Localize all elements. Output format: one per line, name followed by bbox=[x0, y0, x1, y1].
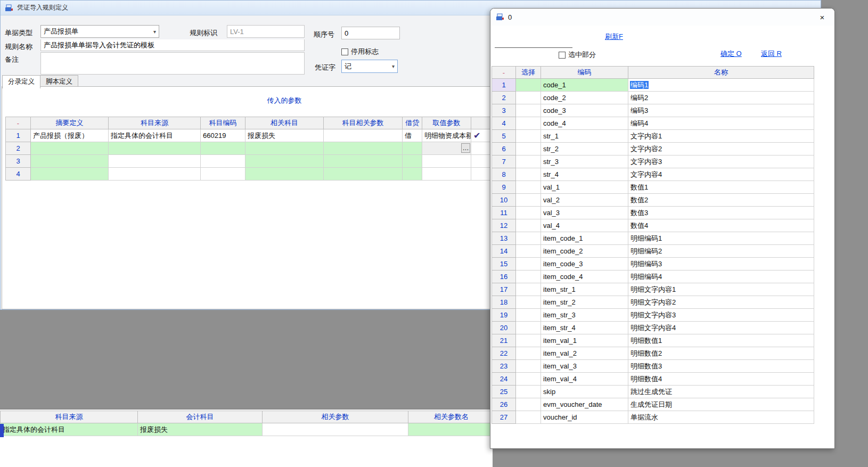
entry-column-header[interactable]: - bbox=[6, 117, 31, 129]
dialog-table-row[interactable]: 2code_2编码2 bbox=[492, 92, 814, 104]
entry-cell[interactable] bbox=[31, 142, 109, 155]
row-number-cell[interactable]: 4 bbox=[6, 168, 31, 181]
entry-cell[interactable] bbox=[109, 142, 201, 155]
bottom-cell[interactable] bbox=[263, 423, 408, 436]
name-cell[interactable]: 明细数值3 bbox=[628, 360, 814, 373]
code-cell[interactable]: evm_voucher_date bbox=[541, 398, 628, 411]
name-cell[interactable]: 跳过生成凭证 bbox=[628, 386, 814, 398]
name-cell[interactable]: 明细文字内容1 bbox=[628, 283, 814, 296]
rule-id-input[interactable] bbox=[227, 25, 305, 38]
row-number-cell[interactable]: 4 bbox=[492, 117, 516, 130]
name-cell[interactable]: 数值2 bbox=[628, 194, 814, 207]
entry-cell[interactable]: 产品报损（报废） bbox=[31, 129, 109, 142]
doc-type-combobox[interactable]: 产品报损单 ▾ bbox=[40, 25, 159, 38]
name-cell[interactable]: 明细文字内容2 bbox=[628, 296, 814, 309]
code-cell[interactable]: code_3 bbox=[541, 104, 628, 117]
back-link[interactable]: 返回 R bbox=[761, 49, 782, 59]
ok-link[interactable]: 确定 O bbox=[720, 49, 742, 59]
bottom-cell[interactable] bbox=[408, 423, 493, 436]
entry-cell[interactable] bbox=[31, 168, 109, 181]
code-cell[interactable]: item_code_4 bbox=[541, 271, 628, 283]
row-number-cell[interactable]: 24 bbox=[492, 373, 516, 386]
entry-cell[interactable] bbox=[324, 129, 403, 142]
select-cell[interactable] bbox=[516, 411, 541, 424]
disable-flag-checkbox[interactable] bbox=[341, 48, 348, 55]
dialog-table-row[interactable]: 16item_code_4明细编码4 bbox=[492, 271, 814, 283]
row-number-cell[interactable]: 20 bbox=[492, 322, 516, 334]
code-cell[interactable]: str_3 bbox=[541, 155, 628, 168]
select-cell[interactable] bbox=[516, 334, 541, 347]
select-cell[interactable] bbox=[516, 194, 541, 207]
bottom-column-header[interactable]: 科目来源 bbox=[1, 411, 138, 423]
code-cell[interactable]: val_2 bbox=[541, 194, 628, 207]
select-cell[interactable] bbox=[516, 104, 541, 117]
entry-cell[interactable]: 指定具体的会计科目 bbox=[109, 129, 201, 142]
entry-cell[interactable] bbox=[245, 168, 324, 181]
code-cell[interactable]: item_val_3 bbox=[541, 360, 628, 373]
name-cell[interactable]: 明细数值1 bbox=[628, 334, 814, 347]
code-cell[interactable]: item_str_4 bbox=[541, 322, 628, 334]
select-cell[interactable] bbox=[516, 322, 541, 334]
row-number-cell[interactable]: 22 bbox=[492, 347, 516, 360]
chevron-down-icon[interactable]: ▾ bbox=[392, 63, 395, 69]
select-cell[interactable] bbox=[516, 92, 541, 104]
entry-column-header[interactable]: 摘要定义 bbox=[31, 117, 109, 129]
select-cell[interactable] bbox=[516, 271, 541, 283]
row-number-cell[interactable]: 5 bbox=[492, 130, 516, 143]
row-number-cell[interactable]: 27 bbox=[492, 411, 516, 424]
dialog-table-row[interactable]: 18item_str_2明细文字内容2 bbox=[492, 296, 814, 309]
code-cell[interactable]: str_4 bbox=[541, 168, 628, 181]
code-cell[interactable]: val_1 bbox=[541, 181, 628, 194]
dialog-table-row[interactable]: 7str_3文字内容3 bbox=[492, 155, 814, 168]
select-cell[interactable] bbox=[516, 296, 541, 309]
code-cell[interactable]: item_val_1 bbox=[541, 334, 628, 347]
bottom-column-header[interactable]: 相关参数名 bbox=[408, 411, 493, 423]
dialog-column-header[interactable]: 编码 bbox=[541, 67, 628, 79]
name-cell[interactable]: 明细文字内容4 bbox=[628, 322, 814, 334]
select-cell[interactable] bbox=[516, 181, 541, 194]
row-number-cell[interactable]: 7 bbox=[492, 155, 516, 168]
select-cell[interactable] bbox=[516, 143, 541, 155]
entry-cell[interactable] bbox=[324, 155, 403, 168]
select-cell[interactable] bbox=[516, 360, 541, 373]
row-number-cell[interactable]: 3 bbox=[492, 104, 516, 117]
code-cell[interactable]: val_4 bbox=[541, 219, 628, 232]
refresh-link[interactable]: 刷新F bbox=[605, 32, 623, 42]
dialog-table-row[interactable]: 21item_val_1明细数值1 bbox=[492, 334, 814, 347]
select-cell[interactable] bbox=[516, 283, 541, 296]
dialog-table-row[interactable]: 19item_str_3明细文字内容3 bbox=[492, 309, 814, 322]
row-number-cell[interactable]: 10 bbox=[492, 194, 516, 207]
code-cell[interactable]: skip bbox=[541, 386, 628, 398]
name-cell[interactable]: 文字内容2 bbox=[628, 143, 814, 155]
entry-cell[interactable] bbox=[109, 168, 201, 181]
dialog-table-row[interactable]: 10val_2数值2 bbox=[492, 194, 814, 207]
name-cell[interactable]: 编码1 bbox=[628, 79, 814, 92]
row-number-cell[interactable]: 23 bbox=[492, 360, 516, 373]
row-number-cell[interactable]: 13 bbox=[492, 232, 516, 245]
bottom-column-header[interactable]: 相关参数 bbox=[263, 411, 408, 423]
code-cell[interactable]: item_val_2 bbox=[541, 347, 628, 360]
dialog-table-row[interactable]: 20item_str_4明细文字内容4 bbox=[492, 322, 814, 334]
entry-cell[interactable] bbox=[201, 168, 245, 181]
name-cell[interactable]: 明细编码3 bbox=[628, 258, 814, 271]
dialog-table-row[interactable]: 9val_1数值1 bbox=[492, 181, 814, 194]
dialog-table-row[interactable]: 26evm_voucher_date生成凭证日期 bbox=[492, 398, 814, 411]
tab-entry-definition[interactable]: 分录定义 bbox=[2, 75, 40, 88]
name-cell[interactable]: 编码2 bbox=[628, 92, 814, 104]
row-number-cell[interactable]: 1 bbox=[492, 79, 516, 92]
code-cell[interactable]: item_code_1 bbox=[541, 232, 628, 245]
dialog-table-row[interactable]: 6str_2文字内容2 bbox=[492, 143, 814, 155]
code-cell[interactable]: str_1 bbox=[541, 130, 628, 143]
name-cell[interactable]: 生成凭证日期 bbox=[628, 398, 814, 411]
code-cell[interactable]: item_val_4 bbox=[541, 373, 628, 386]
dialog-titlebar[interactable]: 0 bbox=[490, 9, 834, 26]
sequence-input[interactable] bbox=[341, 27, 400, 39]
row-number-cell[interactable]: 8 bbox=[492, 168, 516, 181]
select-cell[interactable] bbox=[516, 207, 541, 219]
name-cell[interactable]: 文字内容4 bbox=[628, 168, 814, 181]
code-cell[interactable]: str_2 bbox=[541, 143, 628, 155]
name-cell[interactable]: 单据流水 bbox=[628, 411, 814, 424]
entry-cell[interactable] bbox=[31, 155, 109, 168]
dialog-table-row[interactable]: 12val_4数值4 bbox=[492, 219, 814, 232]
chevron-down-icon[interactable]: ▾ bbox=[153, 29, 156, 35]
